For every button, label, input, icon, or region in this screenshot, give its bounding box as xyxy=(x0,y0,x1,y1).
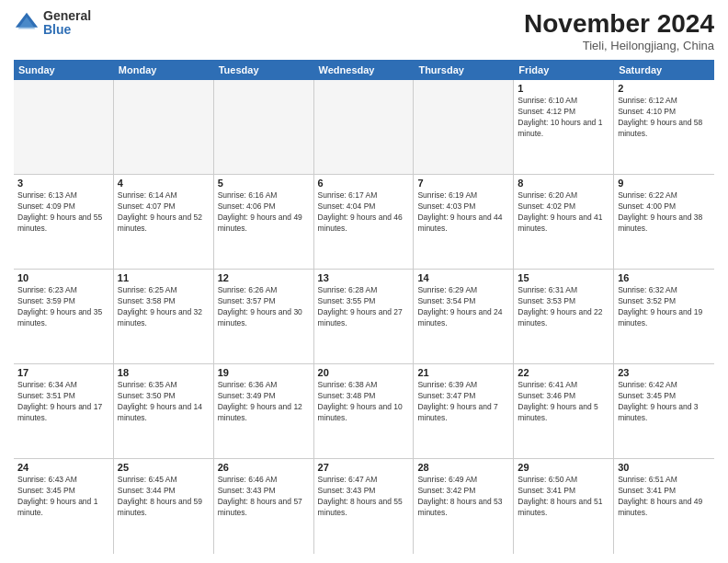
day-number: 9 xyxy=(618,178,711,189)
day-info: Sunrise: 6:47 AM Sunset: 3:43 PM Dayligh… xyxy=(318,475,410,519)
day-number: 2 xyxy=(618,83,711,94)
calendar-cell: 29Sunrise: 6:50 AM Sunset: 3:41 PM Dayli… xyxy=(514,459,614,554)
day-info: Sunrise: 6:35 AM Sunset: 3:50 PM Dayligh… xyxy=(118,380,210,424)
calendar-cell: 30Sunrise: 6:51 AM Sunset: 3:41 PM Dayli… xyxy=(614,459,714,554)
day-info: Sunrise: 6:50 AM Sunset: 3:41 PM Dayligh… xyxy=(518,475,609,519)
calendar: Sunday Monday Tuesday Wednesday Thursday… xyxy=(14,60,714,554)
calendar-cell: 19Sunrise: 6:36 AM Sunset: 3:49 PM Dayli… xyxy=(214,364,314,458)
day-info: Sunrise: 6:45 AM Sunset: 3:44 PM Dayligh… xyxy=(118,475,210,519)
title-block: November 2024 Tieli, Heilongjiang, China xyxy=(524,9,714,52)
day-info: Sunrise: 6:19 AM Sunset: 4:03 PM Dayligh… xyxy=(417,190,509,235)
day-number: 15 xyxy=(518,272,609,283)
day-info: Sunrise: 6:20 AM Sunset: 4:02 PM Dayligh… xyxy=(518,190,609,235)
day-info: Sunrise: 6:29 AM Sunset: 3:54 PM Dayligh… xyxy=(417,285,509,329)
day-info: Sunrise: 6:17 AM Sunset: 4:04 PM Dayligh… xyxy=(318,190,410,235)
day-number: 24 xyxy=(17,462,109,473)
day-number: 8 xyxy=(518,178,609,189)
calendar-cell xyxy=(114,80,214,174)
logo: General Blue xyxy=(14,9,91,38)
header: General Blue November 2024 Tieli, Heilon… xyxy=(14,9,714,52)
day-info: Sunrise: 6:51 AM Sunset: 3:41 PM Dayligh… xyxy=(618,475,711,519)
day-info: Sunrise: 6:49 AM Sunset: 3:42 PM Dayligh… xyxy=(417,475,509,519)
day-number: 19 xyxy=(218,367,310,378)
day-info: Sunrise: 6:32 AM Sunset: 3:52 PM Dayligh… xyxy=(618,285,711,329)
header-wednesday: Wednesday xyxy=(314,60,415,80)
calendar-cell: 16Sunrise: 6:32 AM Sunset: 3:52 PM Dayli… xyxy=(614,270,714,363)
day-number: 28 xyxy=(417,462,509,473)
header-saturday: Saturday xyxy=(614,60,714,80)
day-number: 1 xyxy=(518,83,609,94)
header-tuesday: Tuesday xyxy=(214,60,314,80)
logo-blue-text: Blue xyxy=(43,23,91,37)
day-number: 11 xyxy=(118,272,210,283)
day-number: 27 xyxy=(318,462,410,473)
day-number: 21 xyxy=(417,367,509,378)
day-info: Sunrise: 6:46 AM Sunset: 3:43 PM Dayligh… xyxy=(218,475,310,519)
calendar-cell: 1Sunrise: 6:10 AM Sunset: 4:12 PM Daylig… xyxy=(514,80,614,174)
calendar-cell: 7Sunrise: 6:19 AM Sunset: 4:03 PM Daylig… xyxy=(414,175,514,269)
day-number: 5 xyxy=(218,178,310,189)
calendar-cell: 20Sunrise: 6:38 AM Sunset: 3:48 PM Dayli… xyxy=(314,364,415,458)
day-info: Sunrise: 6:14 AM Sunset: 4:07 PM Dayligh… xyxy=(118,190,210,235)
day-number: 6 xyxy=(318,178,410,189)
day-info: Sunrise: 6:39 AM Sunset: 3:47 PM Dayligh… xyxy=(417,380,509,424)
header-monday: Monday xyxy=(114,60,214,80)
calendar-cell xyxy=(14,80,114,174)
logo-icon xyxy=(14,10,40,36)
calendar-cell: 6Sunrise: 6:17 AM Sunset: 4:04 PM Daylig… xyxy=(314,175,415,269)
calendar-cell: 21Sunrise: 6:39 AM Sunset: 3:47 PM Dayli… xyxy=(414,364,514,458)
calendar-week-0: 1Sunrise: 6:10 AM Sunset: 4:12 PM Daylig… xyxy=(14,80,714,175)
calendar-week-4: 24Sunrise: 6:43 AM Sunset: 3:45 PM Dayli… xyxy=(14,459,714,554)
calendar-week-1: 3Sunrise: 6:13 AM Sunset: 4:09 PM Daylig… xyxy=(14,175,714,270)
logo-text: General Blue xyxy=(43,9,91,38)
day-info: Sunrise: 6:34 AM Sunset: 3:51 PM Dayligh… xyxy=(17,380,109,424)
calendar-cell: 9Sunrise: 6:22 AM Sunset: 4:00 PM Daylig… xyxy=(614,175,714,269)
day-number: 3 xyxy=(17,178,109,189)
logo-general-text: General xyxy=(43,9,91,23)
calendar-cell: 2Sunrise: 6:12 AM Sunset: 4:10 PM Daylig… xyxy=(614,80,714,174)
calendar-cell: 27Sunrise: 6:47 AM Sunset: 3:43 PM Dayli… xyxy=(314,459,415,554)
day-number: 16 xyxy=(618,272,711,283)
location: Tieli, Heilongjiang, China xyxy=(524,39,714,52)
calendar-cell: 11Sunrise: 6:25 AM Sunset: 3:58 PM Dayli… xyxy=(114,270,214,363)
header-sunday: Sunday xyxy=(14,60,114,80)
day-number: 25 xyxy=(118,462,210,473)
day-info: Sunrise: 6:25 AM Sunset: 3:58 PM Dayligh… xyxy=(118,285,210,329)
day-info: Sunrise: 6:38 AM Sunset: 3:48 PM Dayligh… xyxy=(318,380,410,424)
day-info: Sunrise: 6:36 AM Sunset: 3:49 PM Dayligh… xyxy=(218,380,310,424)
day-number: 13 xyxy=(318,272,410,283)
calendar-cell: 12Sunrise: 6:26 AM Sunset: 3:57 PM Dayli… xyxy=(214,270,314,363)
day-number: 26 xyxy=(218,462,310,473)
day-number: 10 xyxy=(17,272,109,283)
day-info: Sunrise: 6:26 AM Sunset: 3:57 PM Dayligh… xyxy=(218,285,310,329)
calendar-cell xyxy=(314,80,415,174)
calendar-cell: 5Sunrise: 6:16 AM Sunset: 4:06 PM Daylig… xyxy=(214,175,314,269)
day-number: 29 xyxy=(518,462,609,473)
day-number: 23 xyxy=(618,367,711,378)
calendar-cell: 25Sunrise: 6:45 AM Sunset: 3:44 PM Dayli… xyxy=(114,459,214,554)
calendar-cell: 17Sunrise: 6:34 AM Sunset: 3:51 PM Dayli… xyxy=(14,364,114,458)
day-info: Sunrise: 6:13 AM Sunset: 4:09 PM Dayligh… xyxy=(17,190,109,235)
calendar-cell: 13Sunrise: 6:28 AM Sunset: 3:55 PM Dayli… xyxy=(314,270,415,363)
day-number: 7 xyxy=(417,178,509,189)
calendar-cell: 3Sunrise: 6:13 AM Sunset: 4:09 PM Daylig… xyxy=(14,175,114,269)
calendar-cell: 8Sunrise: 6:20 AM Sunset: 4:02 PM Daylig… xyxy=(514,175,614,269)
header-thursday: Thursday xyxy=(414,60,514,80)
calendar-week-3: 17Sunrise: 6:34 AM Sunset: 3:51 PM Dayli… xyxy=(14,364,714,459)
day-number: 4 xyxy=(118,178,210,189)
calendar-cell: 28Sunrise: 6:49 AM Sunset: 3:42 PM Dayli… xyxy=(414,459,514,554)
calendar-cell: 23Sunrise: 6:42 AM Sunset: 3:45 PM Dayli… xyxy=(614,364,714,458)
day-info: Sunrise: 6:12 AM Sunset: 4:10 PM Dayligh… xyxy=(618,96,711,140)
calendar-cell: 18Sunrise: 6:35 AM Sunset: 3:50 PM Dayli… xyxy=(114,364,214,458)
calendar-cell: 26Sunrise: 6:46 AM Sunset: 3:43 PM Dayli… xyxy=(214,459,314,554)
page: General Blue November 2024 Tieli, Heilon… xyxy=(0,0,728,563)
day-info: Sunrise: 6:22 AM Sunset: 4:00 PM Dayligh… xyxy=(618,190,711,235)
day-number: 12 xyxy=(218,272,310,283)
calendar-cell xyxy=(414,80,514,174)
calendar-cell: 22Sunrise: 6:41 AM Sunset: 3:46 PM Dayli… xyxy=(514,364,614,458)
day-number: 20 xyxy=(318,367,410,378)
day-info: Sunrise: 6:31 AM Sunset: 3:53 PM Dayligh… xyxy=(518,285,609,329)
day-info: Sunrise: 6:16 AM Sunset: 4:06 PM Dayligh… xyxy=(218,190,310,235)
day-info: Sunrise: 6:42 AM Sunset: 3:45 PM Dayligh… xyxy=(618,380,711,424)
day-info: Sunrise: 6:23 AM Sunset: 3:59 PM Dayligh… xyxy=(17,285,109,329)
